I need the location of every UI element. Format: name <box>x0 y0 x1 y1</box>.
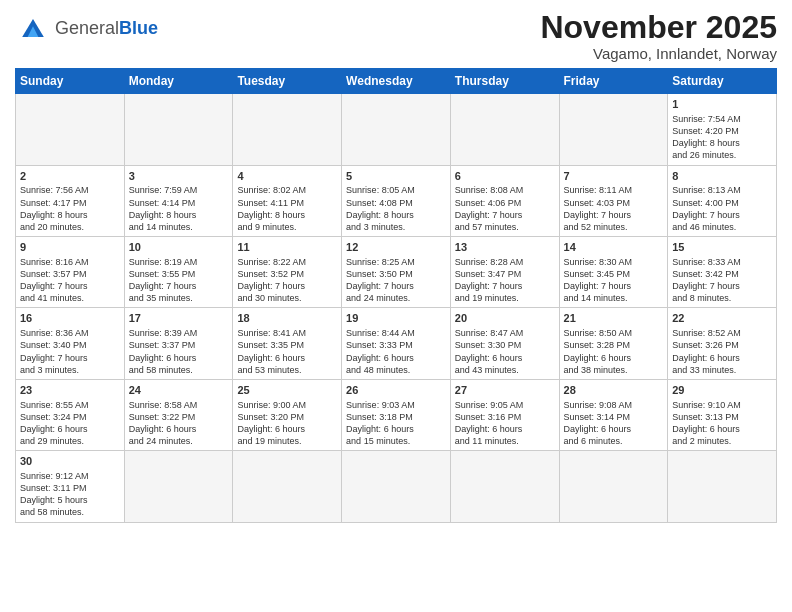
day-cell: 11Sunrise: 8:22 AM Sunset: 3:52 PM Dayli… <box>233 237 342 308</box>
week-row-3: 16Sunrise: 8:36 AM Sunset: 3:40 PM Dayli… <box>16 308 777 379</box>
day-info: Sunrise: 7:56 AM Sunset: 4:17 PM Dayligh… <box>20 184 120 233</box>
day-info: Sunrise: 8:36 AM Sunset: 3:40 PM Dayligh… <box>20 327 120 376</box>
day-cell: 7Sunrise: 8:11 AM Sunset: 4:03 PM Daylig… <box>559 165 668 236</box>
weekday-header-wednesday: Wednesday <box>342 69 451 94</box>
day-number: 3 <box>129 169 229 184</box>
day-cell: 16Sunrise: 8:36 AM Sunset: 3:40 PM Dayli… <box>16 308 125 379</box>
day-cell <box>342 451 451 522</box>
logo-text: GeneralBlue <box>55 18 158 39</box>
day-number: 2 <box>20 169 120 184</box>
day-number: 21 <box>564 311 664 326</box>
day-cell: 26Sunrise: 9:03 AM Sunset: 3:18 PM Dayli… <box>342 379 451 450</box>
title-area: November 2025 Vagamo, Innlandet, Norway <box>540 10 777 62</box>
day-info: Sunrise: 8:19 AM Sunset: 3:55 PM Dayligh… <box>129 256 229 305</box>
day-info: Sunrise: 8:08 AM Sunset: 4:06 PM Dayligh… <box>455 184 555 233</box>
day-info: Sunrise: 9:10 AM Sunset: 3:13 PM Dayligh… <box>672 399 772 448</box>
day-info: Sunrise: 9:12 AM Sunset: 3:11 PM Dayligh… <box>20 470 120 519</box>
day-number: 8 <box>672 169 772 184</box>
day-info: Sunrise: 8:22 AM Sunset: 3:52 PM Dayligh… <box>237 256 337 305</box>
day-cell <box>450 451 559 522</box>
header: GeneralBlue November 2025 Vagamo, Innlan… <box>15 10 777 62</box>
week-row-4: 23Sunrise: 8:55 AM Sunset: 3:24 PM Dayli… <box>16 379 777 450</box>
day-cell: 8Sunrise: 8:13 AM Sunset: 4:00 PM Daylig… <box>668 165 777 236</box>
day-info: Sunrise: 8:30 AM Sunset: 3:45 PM Dayligh… <box>564 256 664 305</box>
weekday-header-saturday: Saturday <box>668 69 777 94</box>
day-cell: 23Sunrise: 8:55 AM Sunset: 3:24 PM Dayli… <box>16 379 125 450</box>
day-number: 18 <box>237 311 337 326</box>
day-cell <box>124 94 233 165</box>
day-info: Sunrise: 9:08 AM Sunset: 3:14 PM Dayligh… <box>564 399 664 448</box>
weekday-header-sunday: Sunday <box>16 69 125 94</box>
day-info: Sunrise: 8:11 AM Sunset: 4:03 PM Dayligh… <box>564 184 664 233</box>
day-cell <box>342 94 451 165</box>
day-number: 5 <box>346 169 446 184</box>
day-number: 17 <box>129 311 229 326</box>
day-info: Sunrise: 8:02 AM Sunset: 4:11 PM Dayligh… <box>237 184 337 233</box>
day-number: 24 <box>129 383 229 398</box>
day-cell: 6Sunrise: 8:08 AM Sunset: 4:06 PM Daylig… <box>450 165 559 236</box>
logo: GeneralBlue <box>15 10 158 46</box>
day-cell <box>559 451 668 522</box>
day-info: Sunrise: 9:05 AM Sunset: 3:16 PM Dayligh… <box>455 399 555 448</box>
day-cell: 13Sunrise: 8:28 AM Sunset: 3:47 PM Dayli… <box>450 237 559 308</box>
day-cell: 17Sunrise: 8:39 AM Sunset: 3:37 PM Dayli… <box>124 308 233 379</box>
day-cell <box>16 94 125 165</box>
day-cell <box>559 94 668 165</box>
day-cell: 10Sunrise: 8:19 AM Sunset: 3:55 PM Dayli… <box>124 237 233 308</box>
day-cell: 29Sunrise: 9:10 AM Sunset: 3:13 PM Dayli… <box>668 379 777 450</box>
week-row-5: 30Sunrise: 9:12 AM Sunset: 3:11 PM Dayli… <box>16 451 777 522</box>
day-cell: 1Sunrise: 7:54 AM Sunset: 4:20 PM Daylig… <box>668 94 777 165</box>
day-cell: 22Sunrise: 8:52 AM Sunset: 3:26 PM Dayli… <box>668 308 777 379</box>
day-number: 19 <box>346 311 446 326</box>
day-number: 15 <box>672 240 772 255</box>
day-cell <box>450 94 559 165</box>
day-cell: 30Sunrise: 9:12 AM Sunset: 3:11 PM Dayli… <box>16 451 125 522</box>
day-cell: 18Sunrise: 8:41 AM Sunset: 3:35 PM Dayli… <box>233 308 342 379</box>
day-info: Sunrise: 8:44 AM Sunset: 3:33 PM Dayligh… <box>346 327 446 376</box>
day-cell: 28Sunrise: 9:08 AM Sunset: 3:14 PM Dayli… <box>559 379 668 450</box>
day-number: 1 <box>672 97 772 112</box>
day-number: 7 <box>564 169 664 184</box>
day-number: 6 <box>455 169 555 184</box>
day-cell: 3Sunrise: 7:59 AM Sunset: 4:14 PM Daylig… <box>124 165 233 236</box>
day-number: 20 <box>455 311 555 326</box>
week-row-1: 2Sunrise: 7:56 AM Sunset: 4:17 PM Daylig… <box>16 165 777 236</box>
day-cell <box>233 94 342 165</box>
day-number: 30 <box>20 454 120 469</box>
weekday-header-row: SundayMondayTuesdayWednesdayThursdayFrid… <box>16 69 777 94</box>
day-cell: 12Sunrise: 8:25 AM Sunset: 3:50 PM Dayli… <box>342 237 451 308</box>
day-number: 23 <box>20 383 120 398</box>
weekday-header-monday: Monday <box>124 69 233 94</box>
day-info: Sunrise: 8:50 AM Sunset: 3:28 PM Dayligh… <box>564 327 664 376</box>
day-cell: 27Sunrise: 9:05 AM Sunset: 3:16 PM Dayli… <box>450 379 559 450</box>
day-number: 11 <box>237 240 337 255</box>
day-info: Sunrise: 8:52 AM Sunset: 3:26 PM Dayligh… <box>672 327 772 376</box>
day-number: 9 <box>20 240 120 255</box>
calendar: SundayMondayTuesdayWednesdayThursdayFrid… <box>15 68 777 522</box>
day-cell: 21Sunrise: 8:50 AM Sunset: 3:28 PM Dayli… <box>559 308 668 379</box>
day-info: Sunrise: 7:54 AM Sunset: 4:20 PM Dayligh… <box>672 113 772 162</box>
day-number: 16 <box>20 311 120 326</box>
day-info: Sunrise: 8:58 AM Sunset: 3:22 PM Dayligh… <box>129 399 229 448</box>
day-info: Sunrise: 8:55 AM Sunset: 3:24 PM Dayligh… <box>20 399 120 448</box>
day-info: Sunrise: 8:28 AM Sunset: 3:47 PM Dayligh… <box>455 256 555 305</box>
day-number: 12 <box>346 240 446 255</box>
day-info: Sunrise: 9:00 AM Sunset: 3:20 PM Dayligh… <box>237 399 337 448</box>
day-number: 26 <box>346 383 446 398</box>
day-number: 14 <box>564 240 664 255</box>
subtitle: Vagamo, Innlandet, Norway <box>540 45 777 62</box>
day-number: 28 <box>564 383 664 398</box>
day-cell: 19Sunrise: 8:44 AM Sunset: 3:33 PM Dayli… <box>342 308 451 379</box>
day-cell: 15Sunrise: 8:33 AM Sunset: 3:42 PM Dayli… <box>668 237 777 308</box>
day-cell: 25Sunrise: 9:00 AM Sunset: 3:20 PM Dayli… <box>233 379 342 450</box>
day-number: 29 <box>672 383 772 398</box>
weekday-header-tuesday: Tuesday <box>233 69 342 94</box>
day-info: Sunrise: 8:05 AM Sunset: 4:08 PM Dayligh… <box>346 184 446 233</box>
day-info: Sunrise: 8:41 AM Sunset: 3:35 PM Dayligh… <box>237 327 337 376</box>
week-row-0: 1Sunrise: 7:54 AM Sunset: 4:20 PM Daylig… <box>16 94 777 165</box>
weekday-header-thursday: Thursday <box>450 69 559 94</box>
logo-icon <box>15 10 51 46</box>
day-cell: 9Sunrise: 8:16 AM Sunset: 3:57 PM Daylig… <box>16 237 125 308</box>
day-number: 10 <box>129 240 229 255</box>
day-number: 4 <box>237 169 337 184</box>
